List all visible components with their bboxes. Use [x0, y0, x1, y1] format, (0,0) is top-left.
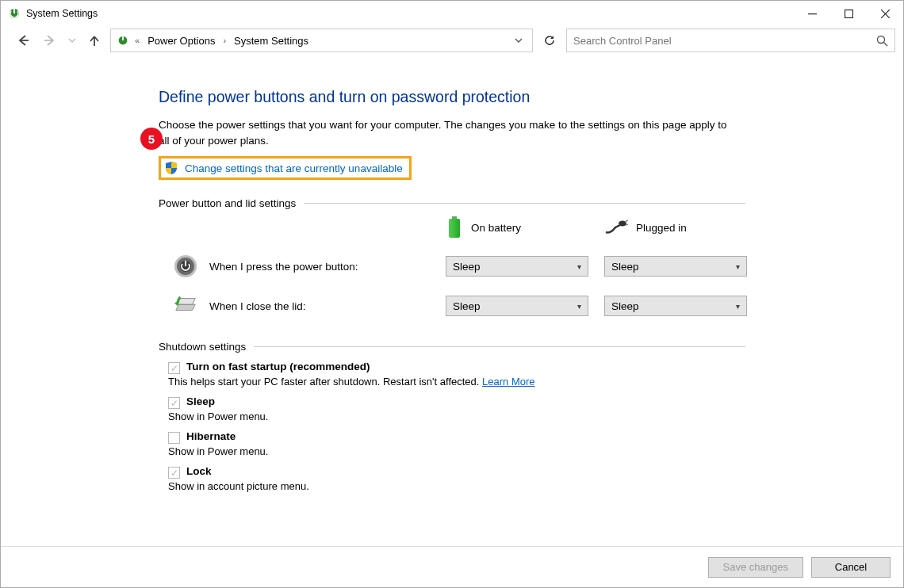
toolbar: « Power Options › System Settings	[1, 26, 903, 59]
step-badge: 5	[140, 128, 163, 150]
section-power-label: Power button and lid settings	[159, 197, 745, 209]
plug-icon	[604, 220, 628, 235]
window-title: System Settings	[26, 8, 98, 19]
power-grid: On battery Plugged in	[168, 216, 745, 319]
breadcrumb-item[interactable]: Power Options	[144, 33, 218, 48]
checkbox-sub: Show in account picture menu.	[168, 480, 745, 492]
svg-rect-2	[808, 13, 817, 14]
refresh-button[interactable]	[538, 29, 561, 52]
learn-more-link[interactable]: Learn More	[482, 376, 534, 388]
checkbox-hibernate[interactable]	[168, 432, 180, 444]
shield-icon	[164, 161, 178, 175]
checkbox-fast-startup[interactable]	[168, 362, 180, 374]
checkbox-sleep[interactable]	[168, 397, 180, 409]
breadcrumb-dropdown[interactable]	[510, 32, 527, 49]
select-close-lid-plugged[interactable]: Sleep ▾	[604, 296, 747, 316]
section-shutdown-label: Shutdown settings	[159, 341, 745, 353]
col-plugged: Plugged in	[604, 220, 747, 235]
chevron-down-icon: ▾	[577, 302, 581, 311]
search-input[interactable]	[573, 35, 876, 47]
divider	[304, 203, 745, 204]
maximize-button[interactable]	[830, 1, 867, 26]
power-button-icon	[173, 254, 198, 279]
select-close-lid-battery[interactable]: Sleep ▾	[446, 296, 588, 316]
up-button[interactable]	[83, 29, 105, 52]
search-box[interactable]	[566, 29, 895, 52]
col-battery-label: On battery	[471, 222, 521, 234]
checkbox-label: Lock	[186, 465, 212, 477]
breadcrumb-item[interactable]: System Settings	[231, 33, 312, 48]
page-title: Define power buttons and turn on passwor…	[159, 88, 745, 106]
checkbox-sub-text: This helps start your PC faster after sh…	[168, 376, 479, 388]
svg-rect-12	[449, 219, 460, 238]
forward-button[interactable]	[39, 29, 61, 52]
svg-point-8	[878, 36, 885, 43]
breadcrumb[interactable]: « Power Options › System Settings	[110, 29, 533, 52]
svg-rect-3	[845, 10, 852, 17]
select-value: Sleep	[453, 300, 481, 312]
svg-rect-1	[13, 9, 15, 13]
section-shutdown-text: Shutdown settings	[159, 341, 246, 353]
chevron-down-icon: ▾	[736, 302, 740, 311]
minimize-button[interactable]	[794, 1, 830, 26]
checkbox-sub: This helps start your PC faster after sh…	[168, 376, 745, 388]
battery-icon	[446, 216, 463, 239]
checkbox-sub: Show in Power menu.	[168, 445, 745, 457]
shutdown-settings: Turn on fast startup (recommended) This …	[168, 361, 745, 492]
checkbox-sub: Show in Power menu.	[168, 410, 745, 422]
save-button[interactable]: Save changes	[708, 557, 803, 578]
chevron-down-icon: ▾	[577, 262, 581, 271]
col-plugged-label: Plugged in	[636, 222, 687, 234]
chevron-down-icon: ▾	[736, 262, 740, 271]
checkbox-lock[interactable]	[168, 467, 180, 479]
select-value: Sleep	[611, 261, 639, 273]
checkbox-label: Sleep	[186, 395, 215, 407]
checkbox-label: Hibernate	[186, 430, 236, 442]
uac-link-text: Change settings that are currently unava…	[185, 162, 403, 174]
row-power-button-label: When I press the power button:	[209, 261, 358, 273]
power-options-icon	[7, 6, 21, 21]
search-icon[interactable]	[876, 35, 888, 47]
select-power-button-plugged[interactable]: Sleep ▾	[604, 256, 747, 277]
close-lid-icon	[173, 293, 198, 319]
col-battery: On battery	[446, 216, 588, 239]
close-button[interactable]	[867, 1, 903, 26]
page-description: Choose the power settings that you want …	[159, 117, 730, 148]
svg-rect-10	[452, 216, 457, 219]
svg-rect-7	[122, 36, 124, 40]
select-value: Sleep	[453, 261, 481, 273]
uac-change-settings-link[interactable]: Change settings that are currently unava…	[159, 156, 412, 180]
chevron-right-icon: ›	[221, 36, 228, 45]
row-close-lid-label: When I close the lid:	[209, 300, 306, 312]
cancel-button[interactable]: Cancel	[811, 557, 891, 578]
row-close-lid: When I close the lid:	[168, 293, 430, 319]
svg-line-9	[884, 42, 888, 46]
recent-dropdown[interactable]	[66, 29, 79, 52]
select-power-button-battery[interactable]: Sleep ▾	[446, 256, 588, 277]
svg-rect-19	[185, 261, 186, 266]
checkbox-label: Turn on fast startup (recommended)	[186, 361, 370, 372]
svg-line-15	[626, 224, 628, 225]
row-power-button: When I press the power button:	[168, 254, 430, 279]
back-button[interactable]	[12, 29, 34, 52]
titlebar: System Settings	[1, 1, 903, 26]
footer: Save changes Cancel	[1, 546, 903, 587]
power-options-icon	[116, 33, 130, 48]
content-area: Define power buttons and turn on passwor…	[1, 60, 903, 546]
svg-line-14	[625, 220, 628, 222]
section-power-text: Power button and lid settings	[159, 197, 296, 209]
breadcrumb-prefix: «	[133, 36, 141, 45]
divider	[254, 346, 745, 347]
select-value: Sleep	[611, 300, 639, 312]
